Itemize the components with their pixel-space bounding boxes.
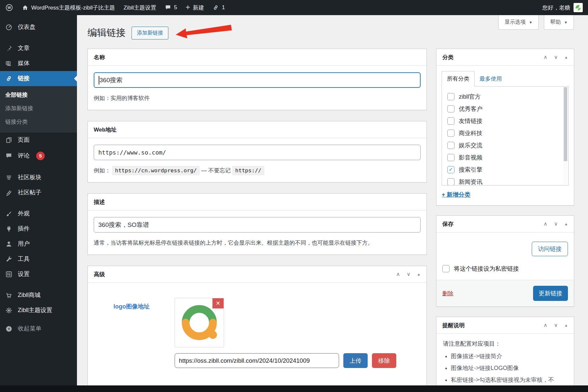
chevron-down-icon: ▼ xyxy=(529,20,532,24)
chevron-down-icon: ▼ xyxy=(564,20,568,24)
example-url-code: https://cn.wordpress.org/ xyxy=(112,166,200,175)
submenu-link-categories[interactable]: 链接分类 xyxy=(0,115,77,129)
categories-panel-header: 分类 ∧ ∨ ▲ xyxy=(436,49,574,66)
logo-image-field: ✕ https://oss.zibll.com/zibll.com/2024/1… xyxy=(175,298,396,368)
sidebar-item-appearance[interactable]: 外观 xyxy=(0,206,77,221)
links-submenu: 全部链接 添加新链接 链接分类 xyxy=(0,86,77,133)
plus-icon: + xyxy=(185,3,190,11)
move-up-icon[interactable]: ∧ xyxy=(544,323,548,328)
visit-link-button[interactable]: 访问链接 xyxy=(532,242,568,256)
save-panel: 保存 ∧ ∨ ▲ 访问链接 将这个链接设为私密链接 xyxy=(436,215,574,307)
panel-title: Web地址 xyxy=(94,126,117,134)
https-code: https:// xyxy=(232,166,264,175)
checkbox[interactable] xyxy=(447,93,454,100)
sliders-icon xyxy=(5,271,13,278)
admin-bar: W WordPress主题模板-zibll子比主题 Zibll主题设置 5 + … xyxy=(0,0,588,15)
svg-text:W: W xyxy=(8,6,11,10)
update-link-button[interactable]: 更新链接 xyxy=(533,286,568,301)
category-row: 影音视频 xyxy=(447,151,560,163)
scrollbar-track[interactable] xyxy=(564,87,567,184)
sidebar-item-plugins[interactable]: 插件 xyxy=(0,221,77,236)
move-down-icon[interactable]: ∨ xyxy=(406,272,410,277)
tab-all-categories[interactable]: 所有分类 xyxy=(442,71,475,86)
toggle-panel-icon[interactable]: ▲ xyxy=(564,323,568,327)
link-name-input[interactable]: 360搜索 xyxy=(94,72,421,88)
web-panel-header: Web地址 xyxy=(88,121,427,138)
admin-bar-comments[interactable]: 5 xyxy=(165,4,177,11)
move-up-icon[interactable]: ∧ xyxy=(544,221,548,227)
move-up-icon[interactable]: ∧ xyxy=(544,55,548,60)
checkbox[interactable] xyxy=(447,178,454,185)
gear-icon xyxy=(5,307,13,314)
sidebar-item-zibll-theme-settings[interactable]: Zibll主题设置 xyxy=(0,303,77,318)
logo-image-preview[interactable]: ✕ xyxy=(175,298,224,347)
remove-image-icon[interactable]: ✕ xyxy=(212,298,224,308)
upload-button[interactable]: 上传 xyxy=(343,353,368,368)
comment-bubble-icon xyxy=(165,4,171,11)
submenu-add-link[interactable]: 添加新链接 xyxy=(0,102,77,115)
checkbox[interactable] xyxy=(447,154,454,161)
add-category-link[interactable]: + 新增分类 xyxy=(442,191,471,199)
site-logo-360 xyxy=(181,304,218,341)
sidebar-item-zibll-store[interactable]: Zibll商城 xyxy=(0,288,77,303)
add-new-link-button[interactable]: 添加新链接 xyxy=(132,27,168,39)
description-input[interactable]: 360搜索，SO靠谱 xyxy=(94,217,421,233)
toggle-panel-icon[interactable]: ▲ xyxy=(417,272,421,276)
checkbox[interactable] xyxy=(447,130,454,137)
sidebar-item-community-posts[interactable]: 社区帖子 xyxy=(0,185,77,200)
sidebar-item-users[interactable]: 用户 xyxy=(0,236,77,252)
toggle-panel-icon[interactable]: ▲ xyxy=(564,222,568,226)
layers-lines-icon xyxy=(5,174,13,181)
move-down-icon[interactable]: ∨ xyxy=(554,55,558,60)
categories-panel: 分类 ∧ ∨ ▲ 所有分类 最多使用 zibll官方 xyxy=(436,49,574,206)
sidebar-item-links[interactable]: 链接 xyxy=(0,71,77,86)
submenu-all-links[interactable]: 全部链接 xyxy=(0,88,77,102)
cart-icon xyxy=(5,292,13,299)
sidebar-item-posts[interactable]: 文章 xyxy=(0,41,77,56)
scrollbar-thumb[interactable] xyxy=(564,87,567,161)
site-link[interactable]: WordPress主题模板-zibll子比主题 xyxy=(22,4,115,12)
move-down-icon[interactable]: ∨ xyxy=(554,221,558,227)
wordpress-logo-icon[interactable]: W xyxy=(5,4,13,12)
greeting-text[interactable]: 您好，老糖 xyxy=(542,4,570,12)
links-count: 1 xyxy=(222,4,225,11)
toggle-panel-icon[interactable]: ▲ xyxy=(564,55,568,59)
comment-bubble-icon xyxy=(5,152,13,159)
checkbox[interactable] xyxy=(447,142,454,149)
sidebar-item-tools[interactable]: 工具 xyxy=(0,252,77,267)
chain-link-icon xyxy=(5,75,13,82)
admin-bar-new[interactable]: + 新建 xyxy=(185,4,204,12)
window-bottom-edge xyxy=(0,385,588,392)
sidebar-item-community-board[interactable]: 社区板块 xyxy=(0,170,77,185)
sidebar-item-dashboard[interactable]: 仪表盘 xyxy=(0,20,77,35)
sidebar-item-media[interactable]: 媒体 xyxy=(0,56,77,71)
checkbox-checked[interactable] xyxy=(447,166,454,173)
sidebar-item-collapse-menu[interactable]: 收起菜单 xyxy=(0,321,77,336)
category-row: 商业科技 xyxy=(447,127,560,139)
help-button[interactable]: 帮助 ▼ xyxy=(544,15,574,30)
logo-url-input[interactable]: https://oss.zibll.com/zibll.com/2024/10/… xyxy=(175,353,339,368)
private-link-checkbox[interactable] xyxy=(442,265,450,272)
sidebar-item-comments[interactable]: 评论 5 xyxy=(0,148,77,164)
site-title: WordPress主题模板-zibll子比主题 xyxy=(31,4,115,12)
delete-link[interactable]: 删除 xyxy=(442,290,453,297)
move-up-icon[interactable]: ∧ xyxy=(396,272,400,277)
admin-bar-theme-settings[interactable]: Zibll主题设置 xyxy=(124,4,156,12)
web-address-input[interactable]: https://www.so.com/ xyxy=(94,145,421,160)
user-icon xyxy=(5,240,13,248)
screen-options-button[interactable]: 显示选项 ▼ xyxy=(498,15,539,30)
dashboard-gauge-icon xyxy=(5,24,13,31)
category-row: 搜索引擎 xyxy=(447,163,560,176)
category-row: zibll官方 xyxy=(447,90,560,103)
move-down-icon[interactable]: ∨ xyxy=(554,323,558,328)
tab-most-used[interactable]: 最多使用 xyxy=(475,71,507,86)
notice-item: 图像地址->链接LOGO图像 xyxy=(451,364,567,372)
remove-button[interactable]: 移除 xyxy=(372,353,396,368)
sidebar-item-settings[interactable]: 设置 xyxy=(0,267,77,282)
notice-item: 图像描述->链接简介 xyxy=(451,352,567,360)
sidebar-item-pages[interactable]: 页面 xyxy=(0,133,77,148)
checkbox[interactable] xyxy=(447,117,454,125)
admin-bar-links[interactable]: 1 xyxy=(212,4,225,11)
avatar[interactable] xyxy=(574,3,583,12)
checkbox[interactable] xyxy=(447,105,454,112)
